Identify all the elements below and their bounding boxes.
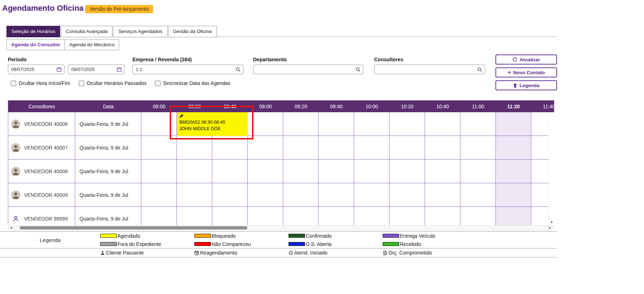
consultores-value[interactable]: [377, 65, 475, 74]
schedule-slot[interactable]: [283, 160, 319, 183]
schedule-slot[interactable]: [354, 160, 389, 183]
departamento-value[interactable]: [256, 65, 354, 74]
schedule-slot[interactable]: [460, 160, 496, 183]
schedule-slot[interactable]: [283, 112, 319, 136]
schedule-slot[interactable]: [460, 207, 496, 225]
schedule-slot[interactable]: [319, 183, 354, 207]
horizontal-scrollbar[interactable]: ◄ ►: [8, 225, 554, 231]
schedule-slot[interactable]: [141, 207, 177, 225]
schedule-slot[interactable]: [354, 136, 389, 160]
schedule-slot[interactable]: [354, 183, 389, 207]
consultant-cell[interactable]: VENDEDOR 40007: [8, 136, 75, 160]
empresa-input[interactable]: [132, 65, 243, 74]
schedule-slot[interactable]: [248, 183, 283, 207]
schedule-slot[interactable]: [496, 112, 531, 136]
search-icon[interactable]: [236, 67, 241, 72]
marker-cliente-passante: Cliente Passante: [100, 248, 194, 257]
schedule-slot[interactable]: [354, 112, 389, 136]
schedule-slot[interactable]: [141, 183, 177, 207]
schedule-slot[interactable]: [212, 160, 248, 183]
calendar-icon[interactable]: [57, 67, 62, 72]
schedule-slot[interactable]: [496, 207, 531, 225]
schedule-slot[interactable]: [141, 112, 177, 136]
schedule-slot[interactable]: [319, 207, 354, 225]
schedule-slot[interactable]: [141, 160, 177, 183]
consultores-input[interactable]: [374, 65, 485, 74]
schedule-slot[interactable]: [319, 160, 354, 183]
schedule-slot[interactable]: [496, 160, 531, 183]
schedule-slot[interactable]: [283, 183, 319, 207]
atualizar-button[interactable]: Atualizar: [495, 54, 557, 65]
checkbox-ocultar-horarios-passados[interactable]: Ocultar Horários Passados: [79, 80, 146, 86]
tab-gestao-da-oficina[interactable]: Gestão da Oficina: [168, 26, 217, 37]
scrollbar-thumb[interactable]: [20, 226, 247, 229]
checkbox-box[interactable]: [79, 81, 84, 86]
subtab-agenda-do-mecanico[interactable]: Agenda do Mecânico: [64, 39, 119, 50]
schedule-slot[interactable]: [283, 207, 319, 225]
empresa-value[interactable]: [136, 65, 234, 74]
consultant-cell[interactable]: VENDEDOR 40006: [8, 112, 75, 136]
consultores-filter-group: Consultores: [374, 57, 485, 74]
departamento-input[interactable]: [253, 65, 363, 74]
schedule-slot[interactable]: [283, 136, 319, 160]
subtab-agenda-do-consultor[interactable]: Agenda do Consultor: [6, 39, 65, 50]
vertical-scrollbar[interactable]: ▼: [549, 112, 554, 225]
schedule-slot[interactable]: [425, 183, 460, 207]
scroll-right-arrow[interactable]: ►: [547, 226, 553, 229]
consultant-cell[interactable]: VENDEDOR 40008: [8, 160, 75, 183]
schedule-slot[interactable]: [248, 160, 283, 183]
schedule-slot[interactable]: [212, 207, 248, 225]
calendar-icon[interactable]: [117, 67, 122, 72]
schedule-slot[interactable]: [212, 183, 248, 207]
time-col-header: 08:00: [141, 100, 177, 112]
consultant-cell[interactable]: VENDEDOR 40009: [8, 183, 75, 207]
schedule-slot[interactable]: [212, 136, 248, 160]
agenda-subtabs: Agenda do Consultor Agenda do Mecânico: [6, 39, 119, 50]
date-start-input[interactable]: [8, 65, 64, 74]
schedule-slot[interactable]: [389, 183, 425, 207]
schedule-slot[interactable]: [177, 207, 212, 225]
schedule-slot[interactable]: [319, 136, 354, 160]
schedule-slot[interactable]: [496, 136, 531, 160]
search-icon[interactable]: [355, 67, 360, 72]
tab-selecao-de-horarios[interactable]: Seleção de Horários: [6, 26, 60, 37]
date-end-value[interactable]: [71, 65, 115, 74]
date-start-value[interactable]: [11, 65, 55, 74]
schedule-slot[interactable]: [425, 160, 460, 183]
schedule-slot[interactable]: [177, 183, 212, 207]
schedule-slot[interactable]: [389, 136, 425, 160]
schedule-slot[interactable]: [389, 112, 425, 136]
schedule-slot[interactable]: [425, 112, 460, 136]
schedule-slot[interactable]: [177, 160, 212, 183]
schedule-slot[interactable]: [425, 207, 460, 225]
schedule-slot[interactable]: [389, 160, 425, 183]
checkbox-sincronizar-data-agendas[interactable]: Sincronizar Data das Agendas: [155, 80, 230, 86]
appointment-block[interactable]: BMG0A52 08:30-08:45 JOHN MIDDLE DOE: [177, 112, 248, 136]
schedule-slot[interactable]: [389, 207, 425, 225]
schedule-slot[interactable]: [248, 136, 283, 160]
legenda-button[interactable]: Legenda: [495, 80, 557, 90]
checkbox-box[interactable]: [155, 81, 160, 86]
checkbox-ocultar-hora-inicio-fim[interactable]: Ocultar Hora Início/Fim: [11, 80, 70, 86]
schedule-slot[interactable]: [496, 183, 531, 207]
schedule-slot[interactable]: [460, 183, 496, 207]
schedule-slot[interactable]: [354, 207, 389, 225]
search-icon[interactable]: [477, 67, 482, 72]
scroll-down-arrow[interactable]: ▼: [550, 220, 553, 224]
schedule-slot[interactable]: [177, 136, 212, 160]
tab-consulta-avancada[interactable]: Consulta Avançada: [61, 26, 112, 37]
checkbox-box[interactable]: [11, 81, 16, 86]
consultant-cell[interactable]: VENDEDOR 99999: [8, 207, 75, 225]
schedule-slot[interactable]: [141, 136, 177, 160]
schedule-slot[interactable]: [319, 112, 354, 136]
schedule-slot[interactable]: [460, 136, 496, 160]
schedule-slot[interactable]: [248, 112, 283, 136]
schedule-slot[interactable]: [425, 136, 460, 160]
scroll-left-arrow[interactable]: ◄: [8, 226, 14, 229]
schedule-slot[interactable]: [460, 112, 496, 136]
schedule-slot[interactable]: [248, 207, 283, 225]
time-col-header: 11:00: [460, 100, 496, 112]
novo-contato-button[interactable]: + Novo Contato: [495, 67, 557, 77]
date-end-input[interactable]: [68, 65, 125, 74]
tab-servicos-agendados[interactable]: Serviços Agendados: [113, 26, 167, 37]
